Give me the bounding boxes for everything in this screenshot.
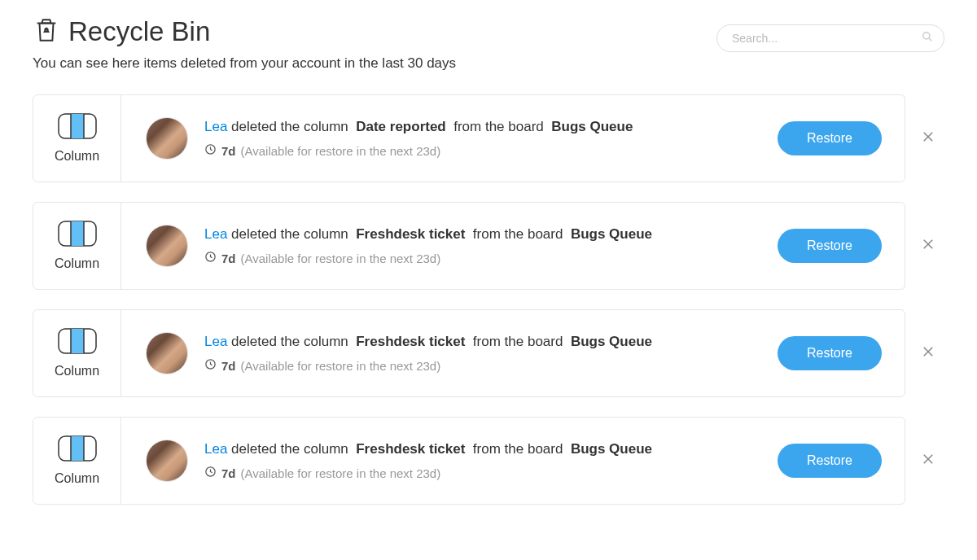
avatar [146,332,188,374]
page-title: Recycle Bin [68,16,210,47]
activity-description: Lea deleted the column Freshdesk ticket … [204,334,778,350]
search-field[interactable] [716,24,944,52]
svg-rect-2 [71,114,84,138]
close-icon [921,452,935,470]
avatar [146,440,188,482]
user-link[interactable]: Lea [204,119,227,134]
board-name: Bugs Queue [551,119,633,134]
user-link[interactable]: Lea [204,441,227,457]
subject-name: Freshdesk ticket [356,334,465,349]
svg-rect-17 [71,436,84,461]
dismiss-button[interactable] [912,344,944,362]
avatar [146,225,188,267]
svg-rect-12 [71,329,84,353]
board-name: Bugs Queue [571,441,652,457]
type-cell: Column [33,95,121,182]
recycle-item-row: Column Lea deleted the column Freshdesk … [33,417,944,505]
user-link[interactable]: Lea [204,226,227,242]
meta-row: 7d (Available for restore in the next 23… [204,143,778,158]
type-label: Column [55,364,99,378]
close-icon [921,344,935,362]
user-link[interactable]: Lea [204,334,227,349]
recycle-item-row: Column Lea deleted the column Freshdesk … [33,202,944,290]
subject-name: Date reported [356,119,446,134]
activity-description: Lea deleted the column Date reported fro… [204,119,778,135]
page-subtitle: You can see here items deleted from your… [33,55,944,72]
restore-button[interactable]: Restore [778,336,882,370]
recycle-item-row: Column Lea deleted the column Date repor… [33,94,944,182]
recycle-item-card: Column Lea deleted the column Freshdesk … [33,309,905,397]
meta-row: 7d (Available for restore in the next 23… [204,466,778,480]
activity-description: Lea deleted the column Freshdesk ticket … [204,226,778,243]
avatar [146,117,188,160]
board-name: Bugs Queue [571,226,652,242]
subject-name: Freshdesk ticket [356,226,465,242]
recycle-item-card: Column Lea deleted the column Freshdesk … [33,202,905,290]
restore-button[interactable]: Restore [778,229,882,263]
clock-icon [204,466,217,480]
recycle-item-card: Column Lea deleted the column Freshdesk … [33,417,905,505]
availability-text: (Available for restore in the next 23d) [241,252,441,265]
search-input[interactable] [716,24,944,52]
subject-name: Freshdesk ticket [356,441,465,457]
column-icon [58,328,97,357]
age-text: 7d [221,252,236,265]
column-icon [58,221,97,250]
svg-point-0 [923,33,930,39]
type-label: Column [55,471,99,486]
close-icon [921,237,935,255]
recycle-item-row: Column Lea deleted the column Freshdesk … [33,309,944,397]
type-cell: Column [33,203,121,289]
clock-icon [204,358,217,373]
restore-button[interactable]: Restore [778,444,882,478]
availability-text: (Available for restore in the next 23d) [241,466,441,480]
clock-icon [204,251,217,265]
recycle-bin-icon [33,16,60,47]
age-text: 7d [221,359,236,373]
meta-row: 7d (Available for restore in the next 23… [204,358,778,373]
svg-rect-7 [71,221,84,246]
column-icon [58,435,97,465]
column-icon [58,113,97,142]
type-label: Column [55,256,99,271]
availability-text: (Available for restore in the next 23d) [241,359,441,373]
dismiss-button[interactable] [912,452,944,470]
search-icon [922,31,933,46]
age-text: 7d [221,466,236,480]
board-name: Bugs Queue [571,334,652,349]
activity-description: Lea deleted the column Freshdesk ticket … [204,441,778,457]
type-label: Column [55,149,99,164]
restore-button[interactable]: Restore [778,121,882,155]
recycle-item-card: Column Lea deleted the column Date repor… [33,94,905,182]
age-text: 7d [221,144,236,158]
clock-icon [204,143,217,158]
type-cell: Column [33,310,121,396]
close-icon [921,129,935,147]
dismiss-button[interactable] [912,237,944,255]
meta-row: 7d (Available for restore in the next 23… [204,251,778,265]
type-cell: Column [33,418,121,504]
availability-text: (Available for restore in the next 23d) [241,144,441,158]
dismiss-button[interactable] [912,129,944,147]
